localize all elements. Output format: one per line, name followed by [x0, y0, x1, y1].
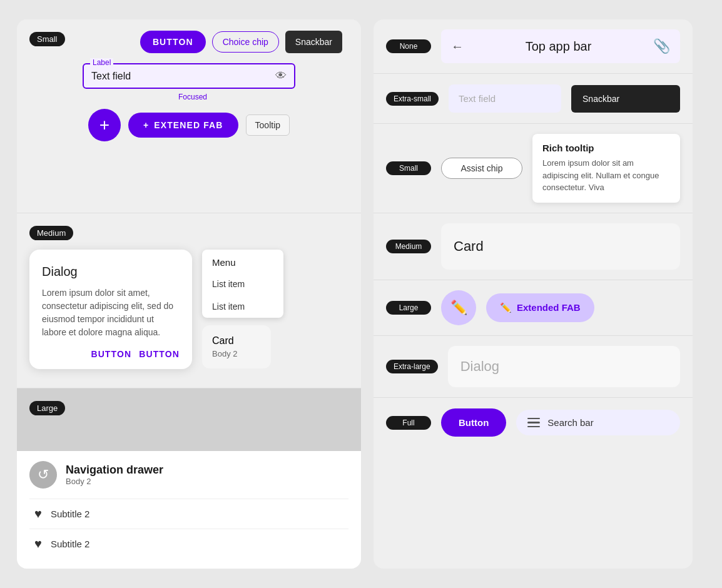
- right-button[interactable]: Button: [441, 408, 506, 437]
- large-section-inner: Large ↺ Navigation drawer Body 2 ♥: [17, 388, 361, 569]
- right-snackbar: Snackbar: [571, 85, 680, 113]
- extra-small-row: Extra-small Text field Snackbar: [374, 74, 693, 124]
- heart-icon-1: ♥: [34, 507, 42, 521]
- nav-drawer-header: ↺ Navigation drawer Body 2: [29, 461, 348, 489]
- left-panel: Small BUTTON Choice chip Snackbar Label …: [17, 19, 361, 569]
- card-small: Card Body 2: [202, 325, 271, 368]
- none-row: None ← Top app bar 📎: [374, 19, 693, 74]
- top-app-bar-title: Top app bar: [526, 39, 592, 54]
- fab-plus-icon: +: [143, 120, 149, 130]
- eye-icon: 👁: [275, 69, 287, 83]
- medium-row: Medium Card: [374, 213, 693, 280]
- small-row3: + + EXTENED FAB Tooltip: [29, 109, 348, 141]
- right-panel: None ← Top app bar 📎 Extra-small Text fi…: [374, 19, 693, 569]
- dialog-actions: BUTTON BUTTON: [42, 349, 180, 359]
- fab-round-right[interactable]: ✏️: [441, 290, 476, 325]
- right-dialog: Dialog: [448, 346, 680, 387]
- medium-content: Dialog Lorem ipsum dolor sit amet, conse…: [29, 250, 348, 369]
- menu-item-1[interactable]: List item: [202, 273, 283, 295]
- small-row: Small Assist chip Rich tooltip Lorem ips…: [374, 124, 693, 213]
- filled-button[interactable]: BUTTON: [140, 31, 206, 53]
- attach-icon[interactable]: 📎: [653, 38, 670, 54]
- rich-tooltip-title: Rich tooltip: [542, 143, 670, 153]
- right-text-field[interactable]: Text field: [449, 84, 561, 113]
- rich-tooltip: Rich tooltip Lorem ipsum dolor sit am ad…: [532, 134, 680, 203]
- snackbar: Snackbar: [285, 31, 342, 53]
- dialog-body: Lorem ipsum dolor sit amet, consectetur …: [42, 286, 180, 339]
- avatar: ↺: [29, 461, 57, 489]
- full-badge: Full: [386, 416, 431, 430]
- dialog: Dialog Lorem ipsum dolor sit amet, conse…: [29, 250, 192, 369]
- card-small-body: Body 2: [212, 349, 261, 358]
- small-badge: Small: [29, 32, 65, 46]
- search-bar[interactable]: Search bar: [516, 410, 680, 435]
- large-badge: Large: [29, 401, 65, 415]
- small-badge-right: Small: [386, 161, 431, 175]
- pencil-icon-extended: ✏️: [500, 302, 512, 313]
- right-card-title: Card: [454, 238, 668, 255]
- dialog-title: Dialog: [42, 265, 180, 279]
- hamburger-icon: [527, 418, 540, 428]
- text-field-label: Label: [90, 58, 113, 67]
- dialog-button2[interactable]: BUTTON: [139, 349, 180, 359]
- nav-drawer-info: Navigation drawer Body 2: [66, 464, 163, 486]
- menu-item-2[interactable]: List item: [202, 295, 283, 318]
- large-image-area: [17, 388, 361, 451]
- card-small-title: Card: [212, 335, 261, 347]
- tooltip: Tooltip: [246, 114, 290, 136]
- right-card: Card: [441, 223, 680, 270]
- pencil-icon-round: ✏️: [450, 300, 467, 316]
- nav-item-label-1: Subtitle 2: [51, 509, 90, 519]
- fab-round[interactable]: +: [88, 109, 121, 141]
- extra-large-row: Extra-large Dialog: [374, 336, 693, 398]
- small-section: Small BUTTON Choice chip Snackbar Label …: [17, 19, 361, 213]
- nav-drawer-item-1[interactable]: ♥ Subtitle 2: [29, 499, 348, 529]
- extra-large-badge: Extra-large: [386, 360, 438, 373]
- extra-small-badge: Extra-small: [386, 92, 439, 106]
- top-app-bar: ← Top app bar 📎: [441, 29, 680, 63]
- rich-tooltip-body: Lorem ipsum dolor sit am adipiscing elit…: [542, 157, 670, 194]
- fab-extended-right[interactable]: ✏️ Extended FAB: [486, 293, 594, 322]
- large-badge-right: Large: [386, 301, 431, 315]
- dialog-button1[interactable]: BUTTON: [91, 349, 131, 359]
- avatar-icon: ↺: [38, 467, 49, 483]
- small-row1: BUTTON Choice chip Snackbar: [29, 31, 348, 53]
- medium-badge: Medium: [29, 226, 73, 240]
- nav-item-label-2: Subtitle 2: [51, 539, 90, 549]
- medium-badge-right: Medium: [386, 240, 431, 253]
- full-row: Full Button Search bar: [374, 398, 693, 448]
- right-dialog-title: Dialog: [460, 358, 668, 375]
- search-bar-label: Search bar: [547, 417, 593, 428]
- nav-drawer-subtitle: Body 2: [66, 477, 163, 486]
- large-row: Large ✏️ ✏️ Extended FAB: [374, 280, 693, 336]
- choice-chip[interactable]: Choice chip: [212, 31, 279, 53]
- large-section: Large ↺ Navigation drawer Body 2 ♥: [17, 388, 361, 569]
- nav-drawer-title: Navigation drawer: [66, 464, 163, 477]
- text-field-input-row: Text field 👁: [91, 69, 287, 83]
- heart-icon-2: ♥: [34, 537, 42, 551]
- back-icon[interactable]: ←: [451, 39, 464, 54]
- assist-chip[interactable]: Assist chip: [441, 158, 522, 179]
- nav-drawer-item-2[interactable]: ♥ Subtitle 2: [29, 529, 348, 559]
- menu-title: Menu: [202, 250, 283, 273]
- focused-label: Focused: [178, 93, 207, 101]
- menu-box: Menu List item List item: [202, 250, 283, 318]
- text-field-value: Text field: [91, 71, 131, 82]
- medium-section: Medium Dialog Lorem ipsum dolor sit amet…: [17, 213, 361, 388]
- text-field-container[interactable]: Label Text field 👁: [83, 63, 295, 89]
- nav-drawer-area: ↺ Navigation drawer Body 2 ♥ Subtitle 2 …: [17, 451, 361, 569]
- fab-extended[interactable]: + EXTENED FAB: [128, 113, 238, 138]
- none-badge: None: [386, 39, 431, 53]
